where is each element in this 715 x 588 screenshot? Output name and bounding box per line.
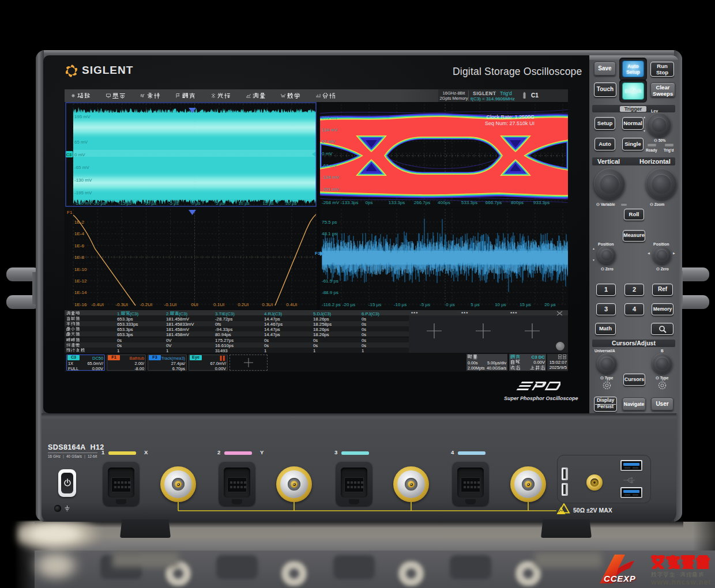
svg-text:-10 µs: -10 µs — [394, 302, 407, 307]
svg-text:-15 µs: -15 µs — [368, 302, 381, 307]
svg-text:-260 mV: -260 mV — [74, 201, 92, 206]
svg-text:1E-8: 1E-8 — [74, 255, 84, 260]
svg-text:0 mV: 0 mV — [74, 152, 85, 157]
svg-text:-116.2 ps: -116.2 ps — [322, 302, 341, 307]
svg-text:0UI: 0UI — [191, 302, 198, 307]
svg-text:Seq Num: 27.510k UI: Seq Num: 27.510k UI — [485, 120, 535, 126]
svg-text:-5 µs: -5 µs — [168, 201, 179, 206]
svg-text:1E-2: 1E-2 — [74, 220, 84, 225]
svg-text:20 µs: 20 µs — [544, 302, 556, 307]
svg-text:0 µs: 0 µs — [191, 201, 200, 206]
svg-text:-20 µs: -20 µs — [93, 201, 106, 206]
svg-text:65 mV: 65 mV — [74, 140, 88, 145]
svg-text:800ps: 800ps — [511, 200, 524, 205]
svg-text:5 µs: 5 µs — [216, 201, 224, 206]
svg-text:266.7ps: 266.7ps — [414, 200, 430, 205]
svg-text:67 mV: 67 mV — [322, 139, 336, 144]
svg-text:-61.5 ps: -61.5 ps — [322, 278, 338, 284]
svg-text:C3: C3 — [66, 152, 72, 157]
svg-text:0.4UI: 0.4UI — [286, 302, 297, 307]
svg-text:933.3ps: 933.3ps — [533, 200, 550, 205]
svg-text:0 µs: 0 µs — [446, 302, 454, 307]
svg-text:0.2UI: 0.2UI — [238, 302, 249, 307]
svg-text:-0.4UI: -0.4UI — [91, 302, 104, 307]
svg-text:-130 mV: -130 mV — [74, 178, 92, 183]
svg-text:-268 mV: -268 mV — [322, 200, 340, 205]
svg-text:1E-12: 1E-12 — [74, 278, 87, 284]
svg-text:F1: F1 — [67, 210, 73, 215]
svg-text:-10 µs: -10 µs — [144, 201, 156, 206]
svg-text:-20 µs: -20 µs — [343, 302, 355, 307]
svg-text:15 µs: 15 µs — [520, 302, 531, 307]
svg-text:-201 mV: -201 mV — [322, 187, 340, 192]
svg-text:0.3UI: 0.3UI — [262, 302, 273, 307]
svg-text:134 mV: 134 mV — [322, 127, 338, 133]
svg-text:-133.3ps: -133.3ps — [340, 200, 358, 205]
svg-text:15 µs: 15 µs — [262, 201, 274, 206]
svg-text:133.3ps: 133.3ps — [389, 200, 405, 205]
svg-text:-67 mV: -67 mV — [322, 163, 337, 168]
svg-text:-134 mV: -134 mV — [322, 175, 340, 180]
svg-text:48.1 ps: 48.1 ps — [322, 231, 337, 236]
svg-text:-0.2UI: -0.2UI — [140, 302, 152, 307]
svg-text:10 µs: 10 µs — [238, 201, 250, 206]
svg-text:-65 mV: -65 mV — [74, 165, 89, 170]
svg-text:400ps: 400ps — [438, 200, 450, 205]
svg-text:1E-14: 1E-14 — [74, 290, 87, 295]
svg-text:-195 mV: -195 mV — [74, 190, 92, 195]
svg-text:Clock Rate: 1.2500G: Clock Rate: 1.2500G — [486, 114, 535, 120]
svg-text:5 µs: 5 µs — [471, 302, 479, 307]
svg-text:-88.9 ps: -88.9 ps — [322, 290, 338, 295]
svg-text:1E-4: 1E-4 — [74, 231, 84, 236]
svg-text:1E-16: 1E-16 — [74, 302, 87, 307]
svg-text:1E-6: 1E-6 — [74, 243, 84, 248]
svg-text:0ps: 0ps — [366, 200, 373, 205]
svg-text:-0.3UI: -0.3UI — [115, 302, 128, 307]
svg-text:-5 µs: -5 µs — [420, 302, 430, 307]
svg-text:195 mV: 195 mV — [74, 114, 91, 119]
svg-text:0.1UI: 0.1UI — [213, 302, 224, 307]
svg-text:20 µs: 20 µs — [285, 201, 297, 206]
svg-text:-0.1UI: -0.1UI — [164, 302, 177, 307]
svg-text:533.3ps: 533.3ps — [461, 200, 477, 205]
svg-text:75.5 ps: 75.5 ps — [322, 220, 337, 225]
svg-text:-15 µs: -15 µs — [119, 201, 131, 206]
svg-text:201 mV: 201 mV — [322, 115, 338, 120]
svg-text:666.7ps: 666.7ps — [486, 200, 502, 205]
svg-text:10 µs: 10 µs — [495, 302, 506, 307]
svg-text:0 mV: 0 mV — [322, 151, 333, 156]
svg-text:1E-10: 1E-10 — [74, 267, 87, 272]
